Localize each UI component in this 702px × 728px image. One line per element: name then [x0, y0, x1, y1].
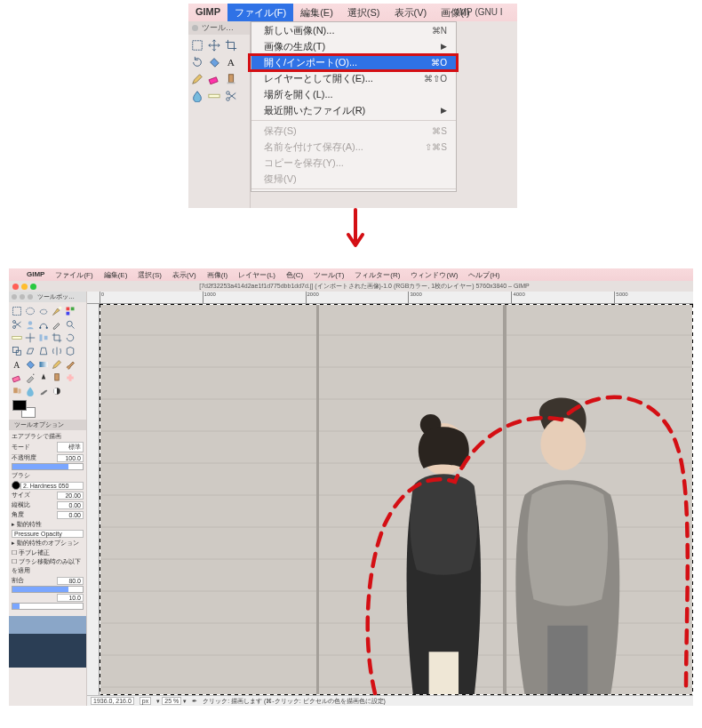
eraser-icon[interactable] — [11, 372, 22, 383]
move-icon[interactable] — [207, 38, 220, 52]
opacity-slider[interactable] — [12, 463, 84, 470]
status-unit[interactable]: px — [140, 697, 151, 705]
navigator-thumbnail[interactable] — [9, 616, 86, 668]
svg-rect-2 — [209, 76, 218, 84]
scissors-select-icon[interactable] — [11, 318, 22, 330]
fuzzy-select-icon[interactable] — [51, 305, 62, 316]
svg-rect-29 — [54, 373, 59, 380]
mb-image[interactable]: 画像(I) — [202, 268, 234, 281]
menu-open-location[interactable]: 場所を開く(L)... — [251, 86, 456, 102]
apply-on-move-checkbox[interactable]: ブラシ移動時のみ以下を適用 — [12, 557, 84, 575]
image-canvas[interactable] — [100, 304, 693, 695]
status-bar: 1936.0, 216.0 px ▾25 %▾ ✒ クリック: 描画します (⌘… — [87, 695, 693, 706]
ruler-vertical[interactable] — [87, 304, 100, 695]
text-icon[interactable]: A — [11, 358, 22, 370]
ruler-horizontal[interactable]: 0 1000 2000 3000 4000 5000 — [87, 292, 693, 304]
mb-file[interactable]: ファイル(F) — [50, 268, 98, 281]
aspect-field[interactable]: 0.00 — [57, 501, 84, 509]
rect-select-icon[interactable] — [190, 38, 203, 52]
align-icon[interactable] — [37, 332, 49, 343]
perspective-clone-icon[interactable] — [11, 385, 22, 396]
smudge-icon[interactable] — [37, 385, 49, 396]
zoom-icon[interactable] — [64, 318, 76, 330]
mb-layer[interactable]: レイヤー(L) — [233, 268, 281, 281]
bucket-icon[interactable] — [24, 358, 36, 370]
color-picker-icon[interactable] — [51, 318, 62, 330]
shear-icon[interactable] — [24, 345, 36, 356]
svg-rect-8 — [12, 307, 20, 315]
mb-view[interactable]: 表示(V) — [167, 268, 202, 281]
menubar-app-bottom[interactable]: GIMP — [21, 268, 50, 281]
flip-icon[interactable] — [51, 345, 62, 356]
mb-window[interactable]: ウィンドウ(W) — [405, 268, 463, 281]
flow-slider[interactable] — [12, 603, 84, 610]
menu-recent[interactable]: 最近開いたファイル(R)▶ — [251, 102, 456, 118]
measure-icon[interactable] — [207, 89, 220, 102]
mb-select[interactable]: 選択(S) — [132, 268, 167, 281]
jitter-checkbox[interactable]: 手ブレ補正 — [12, 548, 84, 557]
menu-open-as-layer[interactable]: レイヤーとして開く(E)...⌘⇧O — [251, 70, 456, 86]
eraser-icon[interactable] — [207, 72, 220, 85]
rate-slider[interactable] — [12, 586, 84, 593]
zoom-control[interactable]: ▾25 %▾ — [156, 697, 187, 705]
perspective-icon[interactable] — [37, 345, 49, 356]
angle-field[interactable]: 0.00 — [57, 511, 84, 519]
crop-icon[interactable] — [51, 332, 62, 343]
scissors-icon[interactable] — [224, 89, 237, 102]
ink-icon[interactable] — [37, 372, 49, 383]
flow-field[interactable]: 10.0 — [57, 594, 84, 602]
brush-preview-icon[interactable] — [12, 481, 20, 490]
rate-field[interactable]: 80.0 — [57, 577, 84, 585]
svg-rect-4 — [227, 82, 235, 84]
menubar-item-edit[interactable]: 編集(E) — [293, 4, 340, 21]
airbrush-icon[interactable] — [24, 372, 36, 383]
menubar-item-view[interactable]: 表示(V) — [387, 4, 435, 21]
move-icon[interactable] — [24, 332, 36, 343]
opacity-field[interactable]: 100.0 — [57, 454, 84, 462]
menu-open-import[interactable]: 開く/インポート(O)...⌘O — [251, 54, 456, 70]
max-traffic-light[interactable] — [30, 284, 36, 290]
brush-name[interactable]: 2. Hardness 050 — [20, 482, 84, 490]
bucket-icon[interactable] — [207, 55, 220, 68]
size-field[interactable]: 20.00 — [57, 492, 84, 500]
heal-icon[interactable] — [64, 372, 76, 383]
rect-select-icon[interactable] — [11, 305, 22, 316]
clone-icon[interactable] — [51, 372, 62, 383]
menubar-item-select[interactable]: 選択(S) — [340, 4, 387, 21]
dodge-icon[interactable] — [51, 385, 62, 396]
rotate-icon[interactable] — [64, 332, 76, 343]
pencil-icon[interactable] — [51, 358, 62, 370]
crop-icon[interactable] — [224, 38, 237, 52]
mb-help[interactable]: ヘルプ(H) — [463, 268, 505, 281]
rotate-icon[interactable] — [190, 55, 203, 68]
min-traffic-light[interactable] — [21, 284, 28, 290]
clone-icon[interactable] — [224, 72, 237, 85]
menubar-item-file[interactable]: ファイル(F) — [227, 4, 293, 21]
measure-icon[interactable] — [11, 332, 22, 343]
paths-icon[interactable] — [37, 318, 49, 330]
paintbrush-icon[interactable] — [64, 358, 76, 370]
blur-icon[interactable] — [190, 89, 203, 102]
text-icon[interactable]: A — [224, 55, 237, 68]
blend-icon[interactable] — [37, 358, 49, 370]
mb-tool[interactable]: ツール(T) — [308, 268, 349, 281]
mb-edit[interactable]: 編集(E) — [99, 268, 133, 281]
pencil-icon[interactable] — [190, 72, 203, 85]
color-swatch[interactable] — [12, 400, 36, 418]
mb-filter[interactable]: フィルター(R) — [349, 268, 405, 281]
free-select-icon[interactable] — [37, 305, 49, 316]
foreground-select-icon[interactable] — [24, 318, 36, 330]
menu-generate[interactable]: 画像の生成(T)▶ — [251, 38, 456, 54]
close-traffic-light[interactable] — [12, 284, 19, 290]
scale-icon[interactable] — [11, 345, 22, 356]
dynamics-select[interactable]: Pressure Opacity — [12, 530, 84, 538]
menubar-app[interactable]: GIMP — [188, 4, 227, 21]
ellipse-select-icon[interactable] — [24, 305, 36, 316]
mb-color[interactable]: 色(C) — [281, 268, 308, 281]
cage-icon[interactable] — [64, 345, 76, 356]
apple-menu-icon[interactable] — [9, 268, 21, 281]
blur-icon[interactable] — [24, 385, 36, 396]
color-select-icon[interactable] — [64, 305, 76, 316]
mode-select[interactable]: 標準 — [57, 442, 84, 452]
menu-new[interactable]: 新しい画像(N)...⌘N — [251, 22, 456, 38]
